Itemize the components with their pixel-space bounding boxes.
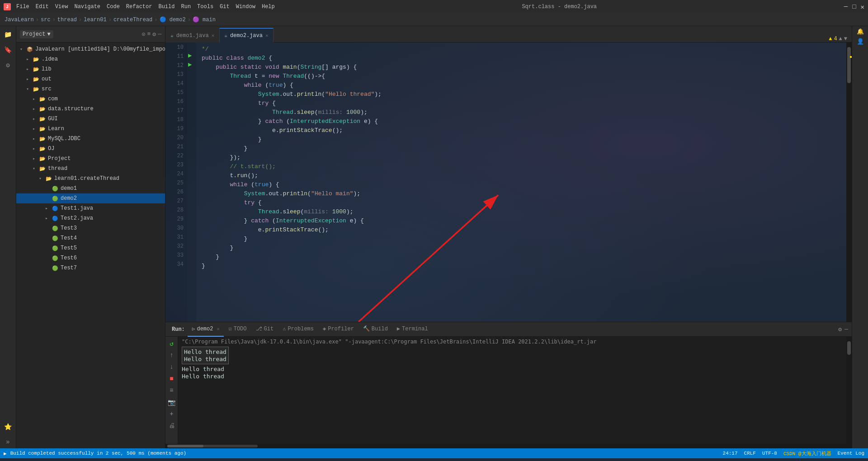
tab-demo1[interactable]: ☕ demo1.java ✕ bbox=[165, 28, 219, 42]
menu-bar[interactable]: File Edit View Navigate Code Refactor Bu… bbox=[16, 4, 275, 10]
tab-terminal[interactable]: ▶ Terminal bbox=[392, 322, 433, 337]
tree-item-out[interactable]: ▸ 📂 out bbox=[16, 74, 165, 84]
panel-icons[interactable]: ⊙ ≡ ⚙ — bbox=[142, 31, 161, 38]
menu-file[interactable]: File bbox=[16, 4, 29, 10]
event-log[interactable]: Event Log bbox=[838, 451, 864, 456]
more-icon[interactable]: » bbox=[2, 436, 14, 448]
tab-todo[interactable]: ☑ TODO bbox=[224, 322, 251, 337]
line-ending: CRLF bbox=[744, 451, 756, 456]
bc-src[interactable]: src bbox=[41, 17, 51, 23]
left-sidebar-icons: 📁 🔖 ⚙ ⭐ » bbox=[0, 26, 16, 448]
tab-demo2[interactable]: ☕ demo2.java ✕ bbox=[219, 28, 273, 42]
collapse-icon[interactable]: ≡ bbox=[147, 31, 151, 38]
code-editor[interactable]: */ public class demo2 { public static vo… bbox=[196, 42, 846, 322]
menu-navigate[interactable]: Navigate bbox=[74, 4, 100, 10]
tab-close-icon[interactable]: ✕ bbox=[265, 33, 269, 38]
scroll-up-icon[interactable]: ↑ bbox=[167, 350, 177, 360]
tree-item-src[interactable]: ▾ 📂 src bbox=[16, 84, 165, 94]
tree-item-learn[interactable]: ▸ 📂 Learn bbox=[16, 124, 165, 134]
settings-icon[interactable]: ⚙ bbox=[152, 31, 156, 38]
menu-git[interactable]: Git bbox=[220, 4, 230, 10]
project-tree[interactable]: ▾ 📦 JavaLearn [untitled104] D:\00myfile_… bbox=[16, 42, 165, 448]
add-icon[interactable]: + bbox=[167, 409, 177, 419]
hscrollbar-thumb[interactable] bbox=[167, 445, 203, 447]
notifications-icon[interactable]: 🔔 bbox=[857, 28, 864, 35]
maximize-button[interactable]: □ bbox=[852, 3, 856, 11]
tree-item-javalearn[interactable]: ▾ 📦 JavaLearn [untitled104] D:\00myfile_… bbox=[16, 44, 165, 54]
tree-item-mysqljdbc[interactable]: ▸ 📂 MySQL.JDBC bbox=[16, 134, 165, 144]
camera-icon[interactable]: 📷 bbox=[167, 397, 177, 407]
close-button[interactable]: ✕ bbox=[861, 3, 864, 11]
chevron-down-icon[interactable]: ▼ bbox=[844, 36, 847, 42]
close-run-tab-icon[interactable]: ✕ bbox=[217, 326, 219, 332]
bc-learn01[interactable]: learn01 bbox=[84, 17, 106, 23]
menu-view[interactable]: View bbox=[55, 4, 68, 10]
run-hscrollbar[interactable] bbox=[165, 444, 852, 448]
project-sidebar-icon[interactable]: 📁 bbox=[2, 28, 14, 41]
tree-item-test7[interactable]: 🟢 Test7 bbox=[16, 263, 165, 273]
right-sidebar-icon-2[interactable]: 👤 bbox=[857, 38, 864, 45]
bc-main[interactable]: 🟣 main bbox=[193, 16, 216, 23]
tree-item-test6[interactable]: 🟢 Test6 bbox=[16, 253, 165, 263]
scrollbar-thumb[interactable] bbox=[847, 47, 851, 83]
tree-item-demo1[interactable]: 🟢 demo1 bbox=[16, 183, 165, 193]
tree-item-project[interactable]: ▸ 📂 Project bbox=[16, 154, 165, 164]
tree-item-thread[interactable]: ▾ 📂 thread bbox=[16, 164, 165, 174]
tab-close-icon[interactable]: ✕ bbox=[212, 33, 215, 38]
settings-icon[interactable]: ⚙ bbox=[838, 326, 842, 333]
minimize-button[interactable]: ─ bbox=[844, 3, 848, 11]
menu-help[interactable]: Help bbox=[262, 4, 275, 10]
minimize-icon[interactable]: — bbox=[844, 326, 848, 333]
run-method-icon[interactable]: ▶ bbox=[188, 61, 192, 68]
scroll-down-icon[interactable]: ↓ bbox=[167, 362, 177, 372]
favorites-icon[interactable]: ⭐ bbox=[2, 420, 14, 433]
tab-git[interactable]: ⎇ Git bbox=[251, 322, 278, 337]
tree-item-learn01createthread[interactable]: ▾ 📂 learn01.createThread bbox=[16, 174, 165, 183]
tree-item-idea[interactable]: ▸ 📂 .idea bbox=[16, 54, 165, 64]
menu-refactor[interactable]: Refactor bbox=[126, 4, 152, 10]
bc-createthread[interactable]: createThread bbox=[113, 17, 152, 23]
editor-scrollbar[interactable] bbox=[846, 42, 852, 322]
menu-window[interactable]: Window bbox=[236, 4, 255, 10]
build-label: Build bbox=[372, 326, 388, 332]
run-tab-demo2[interactable]: ▷ demo2 ✕ bbox=[188, 322, 224, 337]
tree-item-datastructure[interactable]: ▸ 📂 data.structure bbox=[16, 104, 165, 114]
tree-label: data.structure bbox=[48, 106, 94, 112]
format-icon[interactable]: ≡ bbox=[167, 386, 177, 395]
bc-demo2[interactable]: 🔵 demo2 bbox=[160, 16, 186, 23]
tree-item-test3[interactable]: 🟢 Test3 bbox=[16, 223, 165, 233]
bc-javalearn[interactable]: JavaLearn bbox=[5, 17, 34, 23]
menu-edit[interactable]: Edit bbox=[36, 4, 49, 10]
structure-icon[interactable]: ⚙ bbox=[2, 59, 14, 71]
tree-item-test1[interactable]: ▸ 🔵 Test1.java bbox=[16, 203, 165, 213]
menu-build[interactable]: Build bbox=[158, 4, 175, 10]
tree-item-test5[interactable]: 🟢 Test5 bbox=[16, 243, 165, 253]
menu-code[interactable]: Code bbox=[107, 4, 120, 10]
tab-profiler[interactable]: ◈ Profiler bbox=[318, 322, 359, 337]
menu-run[interactable]: Run bbox=[181, 4, 191, 10]
project-dropdown[interactable]: Project ▼ bbox=[20, 30, 53, 38]
print-icon[interactable]: 🖨 bbox=[167, 421, 177, 431]
tree-item-lib[interactable]: ▸ 📂 lib bbox=[16, 64, 165, 74]
tree-item-oj[interactable]: ▸ 📂 OJ bbox=[16, 144, 165, 154]
chevron-up-icon[interactable]: ▲ bbox=[839, 36, 842, 42]
tab-problems[interactable]: ⚠ Problems bbox=[278, 322, 318, 337]
menu-tools[interactable]: Tools bbox=[197, 4, 213, 10]
run-scrollbar[interactable] bbox=[846, 337, 852, 444]
run-again-icon[interactable]: ↺ bbox=[167, 339, 177, 348]
tree-item-com[interactable]: ▸ 📂 com bbox=[16, 94, 165, 104]
tree-item-demo2[interactable]: 🟢 demo2 bbox=[16, 193, 165, 203]
bookmark-icon[interactable]: 🔖 bbox=[2, 43, 14, 56]
run-scrollbar-thumb[interactable] bbox=[847, 341, 851, 355]
minimize-panel-icon[interactable]: — bbox=[158, 31, 161, 38]
tab-build[interactable]: 🔨 Build bbox=[359, 322, 392, 337]
bc-thread[interactable]: thread bbox=[57, 17, 77, 23]
stop-icon[interactable]: ■ bbox=[167, 374, 177, 384]
tree-item-test2[interactable]: ▸ 🔵 Test2.java bbox=[16, 213, 165, 223]
tree-item-gui[interactable]: ▸ 📂 GUI bbox=[16, 114, 165, 124]
locate-icon[interactable]: ⊙ bbox=[142, 31, 146, 38]
window-controls[interactable]: ─ □ ✕ bbox=[844, 3, 864, 11]
expand-arrow-icon: ▸ bbox=[26, 76, 33, 82]
run-class-icon[interactable]: ▶ bbox=[188, 52, 192, 59]
tree-item-test4[interactable]: 🟢 Test4 bbox=[16, 233, 165, 243]
